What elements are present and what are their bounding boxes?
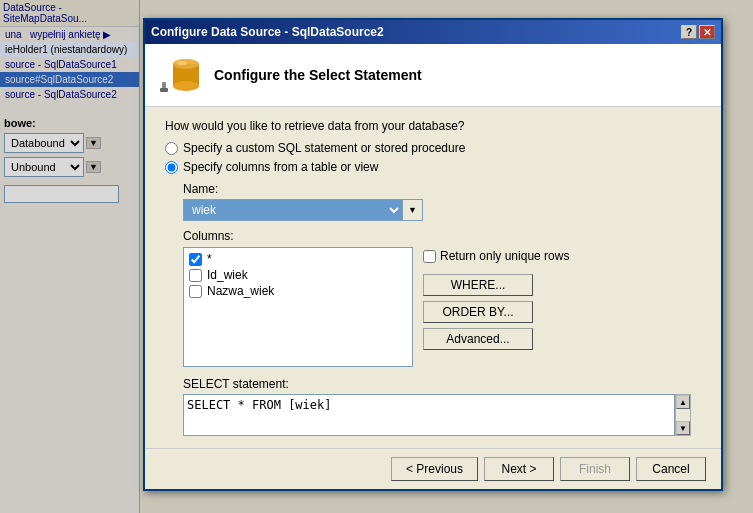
unique-rows-row: Return only unique rows <box>423 249 701 263</box>
col-label-nazwa-wiek: Nazwa_wiek <box>207 284 274 298</box>
select-scrollbar: ▲ ▼ <box>675 394 691 436</box>
col-item-nazwa-wiek: Nazwa_wiek <box>187 283 409 299</box>
cancel-btn[interactable]: Cancel <box>636 457 706 481</box>
select-stmt-box: SELECT * FROM [wiek] ▲ ▼ <box>183 394 691 436</box>
columns-list[interactable]: * Id_wiek Nazwa_wiek <box>183 247 413 367</box>
advanced-btn[interactable]: Advanced... <box>423 328 533 350</box>
select-stmt-textarea[interactable]: SELECT * FROM [wiek] <box>183 394 675 436</box>
dialog-footer: < Previous Next > Finish Cancel <box>145 448 721 489</box>
right-buttons-area: Return only unique rows WHERE... ORDER B… <box>423 247 701 367</box>
col-label-star: * <box>207 252 212 266</box>
col-item-star: * <box>187 251 409 267</box>
radio-columns[interactable] <box>165 161 178 174</box>
help-button[interactable]: ? <box>681 25 697 39</box>
svg-rect-1 <box>160 88 168 92</box>
select-stmt-label: SELECT statement: <box>183 377 701 391</box>
database-icon <box>160 54 202 96</box>
configure-datasource-dialog: Configure Data Source - SqlDataSource2 ?… <box>143 18 723 491</box>
next-btn[interactable]: Next > <box>484 457 554 481</box>
radio-custom[interactable] <box>165 142 178 155</box>
name-select-row: wiek ▼ <box>183 199 701 221</box>
table-name-select[interactable]: wiek <box>183 199 403 221</box>
scroll-down-arrow[interactable]: ▼ <box>676 421 690 435</box>
title-bar-buttons: ? ✕ <box>681 25 715 39</box>
unique-rows-label: Return only unique rows <box>440 249 569 263</box>
unique-rows-checkbox[interactable] <box>423 250 436 263</box>
dialog-body: How would you like to retrieve data from… <box>145 107 721 448</box>
order-by-btn[interactable]: ORDER BY... <box>423 301 533 323</box>
dialog-header-title: Configure the Select Statement <box>214 67 422 83</box>
scroll-up-arrow[interactable]: ▲ <box>676 395 690 409</box>
question-text: How would you like to retrieve data from… <box>165 119 701 133</box>
col-checkbox-id-wiek[interactable] <box>189 269 202 282</box>
dialog-header: Configure the Select Statement <box>145 44 721 107</box>
radio-columns-label: Specify columns from a table or view <box>183 160 378 174</box>
col-checkbox-star[interactable] <box>189 253 202 266</box>
close-button[interactable]: ✕ <box>699 25 715 39</box>
title-bar: Configure Data Source - SqlDataSource2 ?… <box>145 20 721 44</box>
radio-custom-row: Specify a custom SQL statement or stored… <box>165 141 701 155</box>
col-item-id-wiek: Id_wiek <box>187 267 409 283</box>
dialog-header-text: Configure the Select Statement <box>214 67 422 83</box>
where-btn[interactable]: WHERE... <box>423 274 533 296</box>
col-checkbox-nazwa-wiek[interactable] <box>189 285 202 298</box>
columns-area: * Id_wiek Nazwa_wiek Return only unique <box>183 247 701 367</box>
col-label-id-wiek: Id_wiek <box>207 268 248 282</box>
svg-point-6 <box>177 61 187 65</box>
ide-background: DataSource - SiteMapDataSou... una wypeł… <box>0 0 753 513</box>
name-label: Name: <box>183 182 701 196</box>
name-select-arrow[interactable]: ▼ <box>403 199 423 221</box>
columns-label: Columns: <box>183 229 701 243</box>
dialog-title: Configure Data Source - SqlDataSource2 <box>151 25 384 39</box>
svg-point-4 <box>173 81 199 91</box>
previous-btn[interactable]: < Previous <box>391 457 478 481</box>
finish-btn[interactable]: Finish <box>560 457 630 481</box>
radio-columns-row: Specify columns from a table or view <box>165 160 701 174</box>
radio-custom-label: Specify a custom SQL statement or stored… <box>183 141 465 155</box>
